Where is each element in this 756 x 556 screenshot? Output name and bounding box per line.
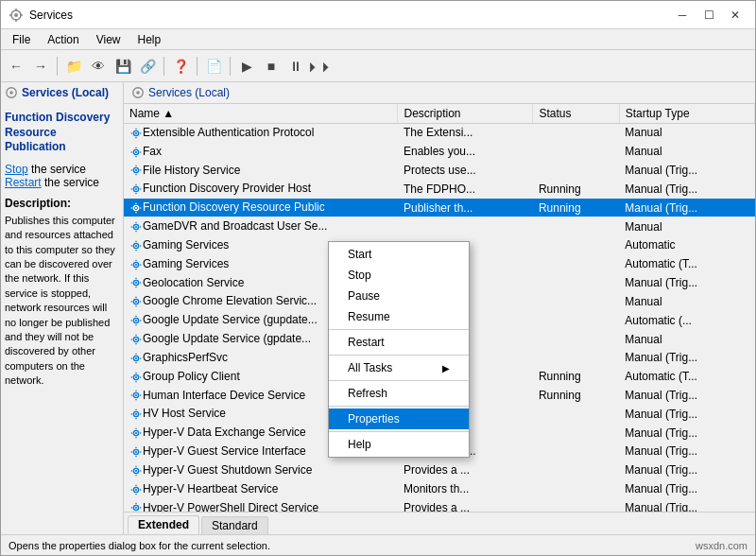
forward-button[interactable]: → <box>29 55 52 78</box>
cell-status <box>533 498 619 512</box>
cell-status <box>533 443 619 461</box>
svg-point-41 <box>135 226 137 228</box>
menu-view[interactable]: View <box>89 31 129 48</box>
cell-desc: Publisher th... <box>398 199 533 217</box>
cell-startup: Manual <box>619 124 754 143</box>
context-menu-item[interactable]: Help <box>329 434 469 455</box>
cell-startup: Manual <box>619 292 754 311</box>
restart-toolbar-button[interactable]: ⏵⏵ <box>309 55 332 78</box>
svg-point-131 <box>135 507 137 509</box>
cell-status <box>533 405 619 424</box>
svg-point-23 <box>135 169 137 171</box>
cell-startup: Automatic (... <box>619 311 754 330</box>
col-status[interactable]: Status <box>533 104 619 124</box>
cell-status: Running <box>533 180 619 199</box>
play-button[interactable]: ▶ <box>235 55 258 78</box>
cell-startup: Manual <box>619 142 754 161</box>
cell-status <box>533 273 619 292</box>
cell-startup: Manual (Trig... <box>619 498 754 512</box>
svg-point-1 <box>14 13 18 17</box>
export-button[interactable]: 📄 <box>202 55 225 78</box>
close-button[interactable]: ✕ <box>723 6 747 25</box>
cell-status <box>533 479 619 498</box>
cell-status <box>533 348 619 367</box>
context-menu-separator <box>329 431 469 432</box>
cell-startup: Automatic <box>619 235 754 254</box>
show-hide-button[interactable]: 👁 <box>87 55 110 78</box>
title-controls: ─ ☐ ✕ <box>670 6 747 25</box>
context-menu-separator <box>329 355 469 356</box>
cell-status <box>533 330 619 349</box>
stop-toolbar-button[interactable]: ■ <box>260 55 283 78</box>
svg-point-59 <box>135 282 137 284</box>
menu-file[interactable]: File <box>5 31 38 48</box>
cell-name: Function Discovery Resource Public <box>124 199 398 217</box>
stop-link[interactable]: Stop <box>5 163 28 176</box>
cell-status <box>533 424 619 443</box>
table-row[interactable]: FaxEnables you...Manual <box>124 142 755 161</box>
cell-desc: Enables you... <box>398 142 533 161</box>
context-menu-item[interactable]: Resume <box>329 306 469 327</box>
cell-startup: Manual (Trig... <box>619 479 754 498</box>
right-panel: Services (Local) Name ▲ Description <box>124 82 755 534</box>
cell-startup: Automatic (T... <box>619 254 754 273</box>
context-menu-item[interactable]: All Tasks▶ <box>329 357 469 378</box>
pause-button[interactable]: ⏸ <box>284 55 307 78</box>
right-panel-title: Services (Local) <box>148 86 230 99</box>
table-row[interactable]: Hyper-V Heartbeat ServiceMonitors th...M… <box>124 479 755 498</box>
context-menu-item[interactable]: Pause <box>329 286 469 306</box>
table-row[interactable]: Function Discovery Provider HostThe FDPH… <box>124 180 755 199</box>
tabs-bar: ExtendedStandard <box>124 512 755 534</box>
col-desc[interactable]: Description <box>398 104 533 124</box>
table-row[interactable]: Hyper-V PowerShell Direct ServiceProvide… <box>124 498 755 512</box>
context-menu-item[interactable]: Stop <box>329 265 469 286</box>
menu-bar: File Action View Help <box>1 29 755 50</box>
cell-name: Function Discovery Provider Host <box>124 180 398 199</box>
map-drive-button[interactable]: 💾 <box>112 55 134 78</box>
up-button[interactable]: 📁 <box>62 55 85 78</box>
cell-status <box>533 460 619 479</box>
context-menu-item[interactable]: Start <box>329 244 469 265</box>
cell-startup: Manual (Trig... <box>619 424 754 443</box>
cell-startup: Manual (Trig... <box>619 180 754 199</box>
tab-standard[interactable]: Standard <box>201 516 268 534</box>
service-description: Publishes this computer and resources at… <box>5 214 119 389</box>
col-name[interactable]: Name ▲ <box>124 104 398 124</box>
svg-point-35 <box>135 207 137 209</box>
col-startup[interactable]: Startup Type <box>619 104 754 124</box>
context-menu-separator <box>329 380 469 381</box>
context-menu-separator <box>329 329 469 330</box>
cell-name: Fax <box>124 142 398 161</box>
context-menu-item[interactable]: Properties <box>329 408 469 429</box>
cell-startup: Manual (Trig... <box>619 161 754 180</box>
table-row[interactable]: GameDVR and Broadcast User Se...Manual <box>124 217 755 236</box>
minimize-button[interactable]: ─ <box>670 6 695 25</box>
back-button[interactable]: ← <box>5 55 27 78</box>
maximize-button[interactable]: ☐ <box>696 6 721 25</box>
cell-name: Hyper-V Heartbeat Service <box>124 479 398 498</box>
disconnect-button[interactable]: 🔗 <box>136 55 159 78</box>
table-row[interactable]: File History ServiceProtects use...Manua… <box>124 161 755 180</box>
restart-suffix: the service <box>42 176 99 189</box>
tab-extended[interactable]: Extended <box>128 515 199 534</box>
stop-suffix: the service <box>28 163 86 176</box>
cell-startup: Automatic (T... <box>619 367 754 386</box>
service-info: Function Discovery Resource Publication … <box>5 107 119 391</box>
context-menu-item[interactable]: Refresh <box>329 383 469 404</box>
menu-help[interactable]: Help <box>130 31 169 48</box>
menu-action[interactable]: Action <box>40 31 86 48</box>
help-button[interactable]: ❓ <box>169 55 192 78</box>
toolbar-sep-1 <box>57 57 58 76</box>
brand-text: wsxdn.com <box>696 540 747 551</box>
cell-startup: Manual (Trig... <box>619 386 754 405</box>
svg-point-65 <box>135 301 137 303</box>
svg-point-119 <box>135 470 137 472</box>
table-row[interactable]: Extensible Authentication ProtocolThe Ex… <box>124 124 755 143</box>
context-menu-item[interactable]: Restart <box>329 332 469 353</box>
toolbar-sep-4 <box>230 57 231 76</box>
svg-point-95 <box>135 394 137 396</box>
restart-link[interactable]: Restart <box>5 176 42 189</box>
cell-startup: Manual <box>619 330 754 349</box>
table-row[interactable]: Function Discovery Resource PublicPublis… <box>124 199 755 217</box>
table-row[interactable]: Hyper-V Guest Shutdown ServiceProvides a… <box>124 460 755 479</box>
